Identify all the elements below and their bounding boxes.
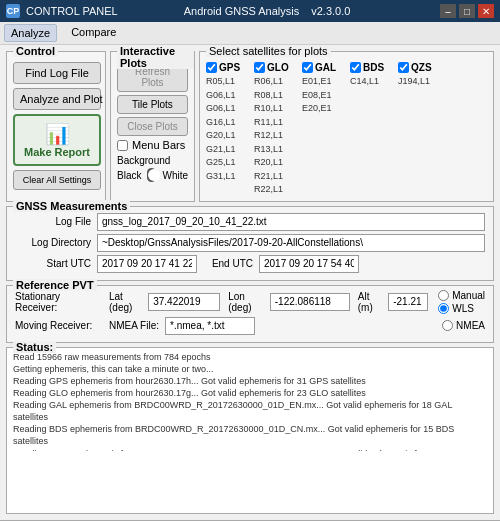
qzs-checkbox[interactable]	[398, 62, 409, 73]
list-item: R05,L1	[206, 75, 252, 89]
bds-checkbox[interactable]	[350, 62, 361, 73]
radio-manual[interactable]: Manual	[438, 290, 485, 301]
menu-bars-label: Menu Bars	[132, 139, 185, 151]
close-button[interactable]: ✕	[478, 4, 494, 18]
list-item: R10,L1	[254, 102, 300, 116]
interactive-plots-section: Interactive Plots Refresh Plots Tile Plo…	[110, 51, 195, 202]
list-item: G25,L1	[206, 156, 252, 170]
bds-sat-list: C14,L1	[350, 75, 396, 197]
alt-label: Alt (m)	[358, 291, 382, 313]
maximize-button[interactable]: □	[459, 4, 475, 18]
log-file-label: Log File	[15, 216, 91, 227]
measurements-title: GNSS Measurements	[13, 200, 130, 212]
list-item: Reading GLO ephemeris from hour2630.17g.…	[13, 387, 487, 399]
log-dir-label: Log Directory	[15, 237, 91, 248]
list-item: R21,L1	[254, 170, 300, 184]
satellites-section-title: Select satellites for plots	[206, 45, 331, 57]
start-utc-input[interactable]	[97, 255, 197, 273]
list-item: G06,L1	[206, 102, 252, 116]
glo-checkbox[interactable]	[254, 62, 265, 73]
list-item: E20,E1	[302, 102, 348, 116]
title-bar: CP CONTROL PANEL Android GNSS Analysis v…	[0, 0, 500, 22]
satellites-section: Select satellites for plots GPS GLO	[199, 51, 494, 202]
radio-manual-input[interactable]	[438, 290, 449, 301]
list-item: G31,L1	[206, 170, 252, 184]
list-item: Reading BDS ephemeris from BRDC00WRD_R_2…	[13, 423, 487, 447]
start-utc-label: Start UTC	[15, 258, 91, 269]
stationary-receiver-label: Stationary Receiver:	[15, 291, 105, 313]
list-item: R20,L1	[254, 156, 300, 170]
app-name: CONTROL PANEL	[26, 5, 118, 17]
make-report-button[interactable]: 📊 Make Report	[13, 114, 101, 166]
toggle-switch[interactable]	[147, 168, 156, 182]
menu-bars-checkbox[interactable]	[117, 140, 128, 151]
black-label: Black	[117, 170, 141, 181]
qzs-label: QZS	[411, 62, 432, 73]
gal-sat-list: E01,E1E08,E1E20,E1	[302, 75, 348, 197]
make-report-label: Make Report	[24, 146, 90, 158]
glo-sat-list: R06,L1R08,L1R10,L1R11,L1R12,L1R13,L1R20,…	[254, 75, 300, 197]
lat-input[interactable]	[148, 293, 220, 311]
tile-plots-button[interactable]: Tile Plots	[117, 95, 188, 114]
list-item: Read 15966 raw measurements from 784 epo…	[13, 351, 487, 363]
lon-input[interactable]	[270, 293, 350, 311]
background-label: Background	[117, 155, 170, 166]
list-item: G06,L1	[206, 89, 252, 103]
end-utc-input[interactable]	[259, 255, 359, 273]
glo-label: GLO	[267, 62, 289, 73]
toggle-knob	[148, 169, 160, 181]
gal-label: GAL	[315, 62, 336, 73]
list-item: C14,L1	[350, 75, 396, 89]
list-item: Getting ephemeris, this can take a minut…	[13, 363, 487, 375]
radio-nmea[interactable]: NMEA	[442, 320, 485, 331]
window-title: Android GNSS Analysis	[184, 5, 300, 17]
gps-label: GPS	[219, 62, 240, 73]
menu-bar: Analyze Compare	[0, 22, 500, 45]
log-file-input[interactable]	[97, 213, 485, 231]
close-plots-button[interactable]: Close Plots	[117, 117, 188, 136]
gps-checkbox[interactable]	[206, 62, 217, 73]
status-text: Read 15966 raw measurements from 784 epo…	[13, 351, 487, 451]
bds-label: BDS	[363, 62, 384, 73]
app-icon: CP	[6, 4, 20, 18]
list-item: Reading QZSS ephemeris from BRDC00WRD_R_…	[13, 448, 487, 451]
radio-wls[interactable]: WLS	[438, 303, 485, 314]
list-item: R22,L1	[254, 183, 300, 197]
menu-item-compare[interactable]: Compare	[65, 24, 122, 42]
clear-all-settings-button[interactable]: Clear All Settings	[13, 170, 101, 190]
interactive-plots-title: Interactive Plots	[117, 45, 194, 69]
pvt-title: Reference PVT	[13, 279, 97, 291]
list-item: R11,L1	[254, 116, 300, 130]
qzs-sat-list: J194,L1	[398, 75, 444, 197]
radio-wls-input[interactable]	[438, 303, 449, 314]
control-section: Control Find Log File Analyze and Plot 📊…	[6, 51, 106, 202]
analyze-and-plot-button[interactable]: Analyze and Plot	[13, 88, 101, 110]
list-item: R12,L1	[254, 129, 300, 143]
list-item: R08,L1	[254, 89, 300, 103]
list-item: J194,L1	[398, 75, 444, 89]
control-section-title: Control	[13, 45, 58, 57]
pvt-section: Reference PVT Stationary Receiver: Lat (…	[6, 285, 494, 343]
log-dir-input[interactable]	[97, 234, 485, 252]
find-log-file-button[interactable]: Find Log File	[13, 62, 101, 84]
gps-sat-list: R05,L1G06,L1G06,L1G16,L1G20,L1G21,L1G25,…	[206, 75, 252, 197]
moving-receiver-label: Moving Receiver:	[15, 320, 105, 331]
list-item: R06,L1	[254, 75, 300, 89]
nmea-input[interactable]	[165, 317, 255, 335]
list-item: G16,L1	[206, 116, 252, 130]
minimize-button[interactable]: –	[440, 4, 456, 18]
menu-item-analyze[interactable]: Analyze	[4, 24, 57, 42]
version-display: v2.3.0.0	[311, 5, 350, 17]
gal-checkbox[interactable]	[302, 62, 313, 73]
status-title: Status:	[13, 341, 56, 353]
nmea-label: NMEA File:	[109, 320, 159, 331]
list-item: E01,E1	[302, 75, 348, 89]
end-utc-label: End UTC	[203, 258, 253, 269]
list-item: G20,L1	[206, 129, 252, 143]
measurements-section: GNSS Measurements Log File Log Directory…	[6, 206, 494, 281]
alt-input[interactable]	[388, 293, 428, 311]
list-item: E08,E1	[302, 89, 348, 103]
lat-label: Lat (deg)	[109, 291, 142, 313]
status-section: Status: Read 15966 raw measurements from…	[6, 347, 494, 515]
radio-nmea-input[interactable]	[442, 320, 453, 331]
